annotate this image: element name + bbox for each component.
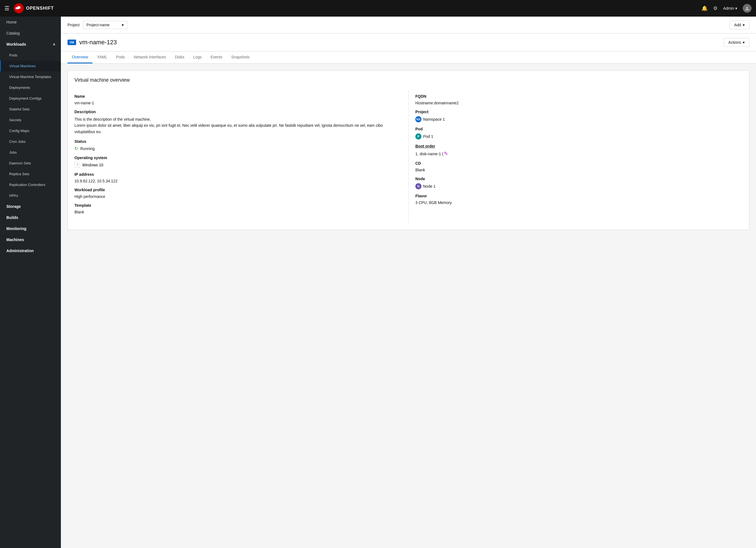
tab-snapshots[interactable]: Snapshots — [227, 51, 254, 63]
sidebar-item-hpas[interactable]: HPAs — [0, 190, 61, 201]
tab-yaml-label: YAML — [97, 55, 107, 59]
sidebar-item-vm-templates[interactable]: Virtual Machine Templates — [0, 71, 61, 82]
add-button[interactable]: Add ▾ — [729, 20, 749, 29]
boot-order-label[interactable]: Boot order — [415, 144, 742, 148]
sidebar-item-workloads[interactable]: Workloads ∧ — [0, 39, 61, 50]
user-menu[interactable]: Admin ▾ — [723, 6, 737, 11]
tab-network-interfaces-label: Network Interfaces — [134, 55, 166, 59]
boot-order-cursor-icon: ✎ — [444, 151, 448, 156]
sidebar-item-virtual-machines[interactable]: Virtual Machines — [0, 61, 61, 71]
sidebar-item-replication-controllers[interactable]: Replication Controllers — [0, 179, 61, 190]
os-label: Operating system — [74, 156, 402, 160]
sidebar: Home Catalog Workloads ∧ Pods Virtual Ma… — [0, 17, 61, 548]
pod-badge-text: P — [417, 135, 419, 138]
sidebar-item-deployment-configs-label: Deployment Configs — [9, 96, 42, 100]
sidebar-item-administration[interactable]: Administration — [0, 245, 61, 256]
tab-events[interactable]: Events — [206, 51, 227, 63]
svg-point-2 — [746, 7, 748, 9]
workload-label: Workload profile — [74, 188, 402, 192]
sidebar-item-stateful-sets[interactable]: Stateful Sets — [0, 104, 61, 115]
cd-label: CD — [415, 161, 742, 166]
ns-badge-text: NS — [416, 118, 420, 121]
sidebar-item-home-label: Home — [6, 20, 17, 24]
sidebar-item-config-maps-label: Config Maps — [9, 129, 29, 133]
user-chevron-icon: ▾ — [735, 6, 737, 11]
node-badge-text: N — [417, 185, 420, 188]
tab-overview[interactable]: Overview — [68, 51, 92, 63]
actions-chevron-icon: ▾ — [743, 40, 745, 45]
sidebar-item-deployment-configs[interactable]: Deployment Configs — [0, 93, 61, 104]
flavor-value: 3 CPU, 8GB Memory — [415, 200, 742, 205]
sidebar-item-replica-sets[interactable]: Replica Sets — [0, 169, 61, 179]
project-badge-row: NS Namspace 1 — [415, 116, 445, 122]
tab-logs-label: Logs — [193, 55, 201, 59]
actions-label: Actions — [728, 40, 741, 45]
sidebar-item-daemon-sets[interactable]: Daemon Sets — [0, 158, 61, 169]
tab-logs[interactable]: Logs — [189, 51, 206, 63]
add-label: Add — [734, 23, 741, 27]
sidebar-item-jobs-label: Jobs — [9, 150, 17, 154]
status-label: Status — [74, 139, 402, 144]
name-label: Name — [74, 94, 402, 99]
sidebar-item-pods[interactable]: Pods — [0, 50, 61, 61]
sidebar-item-secrets[interactable]: Secrets — [0, 115, 61, 125]
hamburger-menu[interactable]: ☰ — [4, 5, 9, 12]
logo-text: OPENSHIFT — [26, 6, 54, 11]
ip-value: 10.9.62.122, 10.5.34.122 — [74, 179, 402, 183]
sidebar-item-vm-templates-label: Virtual Machine Templates — [9, 75, 51, 79]
sidebar-item-hpas-label: HPAs — [9, 193, 18, 198]
boot-order-text: 1. disk-name-1 ( — [415, 152, 443, 156]
actions-button[interactable]: Actions ▾ — [724, 38, 749, 47]
svg-point-1 — [17, 6, 20, 8]
overview-title: Virtual machine overview — [74, 77, 742, 83]
tab-events-label: Events — [211, 55, 222, 59]
sidebar-item-deployments[interactable]: Deployments — [0, 82, 61, 93]
tab-pods[interactable]: Pods — [112, 51, 129, 63]
project-select[interactable]: Project-name ▾ — [83, 21, 127, 29]
tab-overview-label: Overview — [72, 55, 88, 59]
node-badge-circle: N — [415, 183, 421, 189]
fqdn-label: FQDN — [415, 94, 742, 99]
notifications-icon[interactable]: 🔔 — [701, 5, 708, 11]
overview-grid: Name vm-name-1 Description This is the d… — [74, 90, 742, 223]
project-right-label: Project — [415, 110, 742, 114]
status-running-icon: ↻ — [74, 146, 78, 151]
project-name: Project-name — [87, 23, 120, 27]
sidebar-item-home[interactable]: Home — [0, 17, 61, 28]
sidebar-item-catalog[interactable]: Catalog — [0, 28, 61, 39]
sidebar-item-replication-controllers-label: Replication Controllers — [9, 183, 45, 187]
sidebar-item-replica-sets-label: Replica Sets — [9, 172, 29, 176]
sidebar-item-daemon-sets-label: Daemon Sets — [9, 161, 31, 165]
project-right-value: Namspace 1 — [423, 117, 445, 122]
sidebar-item-machines[interactable]: Machines — [0, 234, 61, 245]
node-label: Node — [415, 177, 742, 181]
avatar-icon — [744, 6, 750, 11]
sidebar-item-builds[interactable]: Builds — [0, 212, 61, 223]
sidebar-item-jobs[interactable]: Jobs — [0, 147, 61, 158]
tab-yaml[interactable]: YAML — [92, 51, 112, 63]
description-label: Description — [74, 110, 402, 114]
sidebar-item-monitoring[interactable]: Monitoring — [0, 223, 61, 234]
os-icon: ? — [74, 162, 80, 168]
sidebar-item-administration-label: Administration — [6, 249, 34, 253]
tab-network-interfaces[interactable]: Network Interfaces — [129, 51, 170, 63]
main-content: Project Project-name ▾ Add ▾ VM vm-name-… — [61, 17, 756, 548]
settings-icon[interactable]: ⚙ — [713, 5, 718, 11]
add-chevron-icon: ▾ — [743, 23, 745, 27]
node-badge-row: N Node 1 — [415, 183, 436, 189]
sidebar-item-storage[interactable]: Storage — [0, 201, 61, 212]
workloads-chevron-icon: ∧ — [53, 42, 55, 46]
description-value: This is the description of the virtual m… — [74, 116, 402, 135]
tabs-bar: Overview YAML Pods Network Interfaces Di… — [61, 51, 756, 64]
sidebar-item-workloads-label: Workloads — [6, 42, 26, 46]
content-area: Virtual machine overview Name vm-name-1 … — [61, 64, 756, 237]
sidebar-item-config-maps[interactable]: Config Maps — [0, 125, 61, 136]
pod-value: Pod 1 — [423, 134, 433, 139]
project-select-chevron-icon: ▾ — [122, 23, 124, 27]
pod-label: Pod — [415, 127, 742, 131]
sidebar-item-cron-jobs[interactable]: Cron Jobs — [0, 136, 61, 147]
vm-header: VM vm-name-123 Actions ▾ — [61, 33, 756, 51]
template-value: Blank — [74, 210, 402, 214]
user-avatar[interactable] — [743, 4, 752, 13]
tab-disks[interactable]: Disks — [170, 51, 189, 63]
